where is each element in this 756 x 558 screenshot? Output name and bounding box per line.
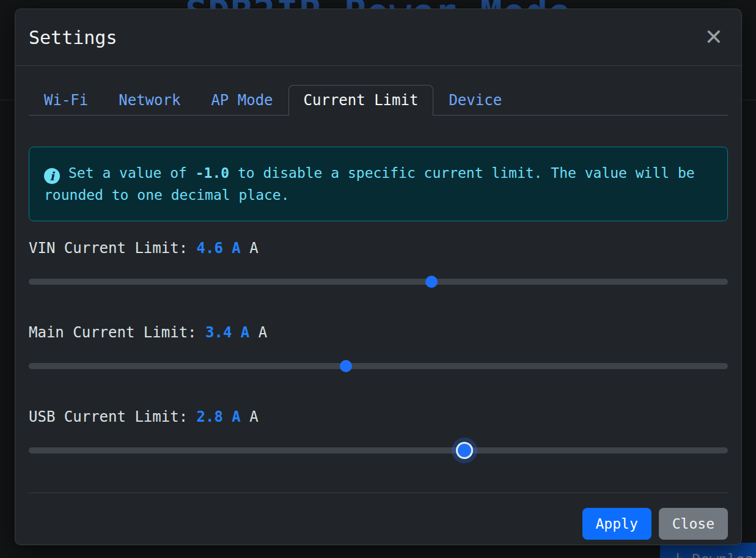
vin-value: 4.6 A — [197, 240, 241, 257]
usb-current-limit-row: USB Current Limit: 2.8 A A — [29, 408, 728, 453]
usb-unit: A — [241, 408, 259, 425]
modal-header: Settings ✕ — [15, 9, 741, 66]
vin-label-text: VIN Current Limit: — [29, 240, 197, 257]
usb-label-text: USB Current Limit: — [29, 408, 197, 425]
alert-bold-value: -1.0 — [196, 165, 229, 181]
modal-footer: Apply Close — [29, 493, 728, 540]
tab-network[interactable]: Network — [103, 85, 196, 116]
tab-bar: Wi-Fi Network AP Mode Current Limit Devi… — [29, 85, 728, 116]
main-unit: A — [249, 324, 267, 341]
vin-unit: A — [241, 240, 259, 257]
usb-current-limit-slider[interactable] — [29, 447, 728, 453]
usb-slider-thumb[interactable] — [458, 444, 471, 457]
vin-current-limit-row: VIN Current Limit: 4.6 A A — [29, 240, 728, 285]
vin-current-limit-slider[interactable] — [29, 279, 728, 285]
tab-wifi[interactable]: Wi-Fi — [29, 85, 103, 116]
tab-current-limit[interactable]: Current Limit — [288, 85, 434, 116]
alert-text-before: Set a value of — [68, 165, 196, 181]
usb-value: 2.8 A — [197, 408, 241, 425]
usb-current-limit-label: USB Current Limit: 2.8 A A — [29, 408, 728, 425]
main-value: 3.4 A — [205, 324, 249, 341]
modal-title: Settings — [29, 27, 117, 48]
main-slider-thumb[interactable] — [340, 360, 352, 372]
vin-current-limit-label: VIN Current Limit: 4.6 A A — [29, 240, 728, 257]
tab-device[interactable]: Device — [433, 85, 517, 116]
info-alert: iSet a value of -1.0 to disable a specif… — [29, 147, 728, 221]
modal-body: Wi-Fi Network AP Mode Current Limit Devi… — [15, 85, 741, 453]
info-circle-icon: i — [44, 168, 60, 184]
close-icon[interactable]: ✕ — [700, 24, 728, 51]
apply-button[interactable]: Apply — [582, 508, 651, 540]
main-current-limit-row: Main Current Limit: 3.4 A A — [29, 324, 728, 369]
main-label-text: Main Current Limit: — [29, 324, 205, 341]
settings-modal: Settings ✕ Wi-Fi Network AP Mode Current… — [15, 9, 742, 545]
tab-ap-mode[interactable]: AP Mode — [196, 85, 288, 116]
close-button[interactable]: Close — [659, 508, 728, 540]
vin-slider-thumb[interactable] — [425, 276, 438, 288]
main-current-limit-label: Main Current Limit: 3.4 A A — [29, 324, 728, 341]
main-current-limit-slider[interactable] — [29, 363, 728, 369]
